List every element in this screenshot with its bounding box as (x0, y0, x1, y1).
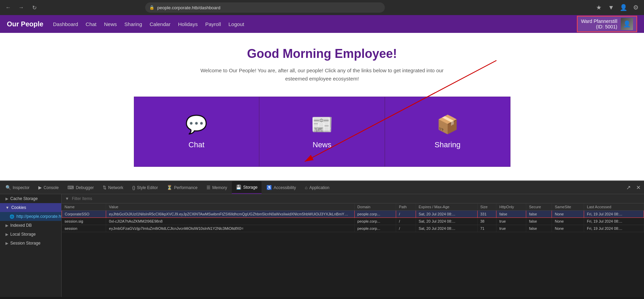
local-storage-expand-icon: ▶ (5, 232, 8, 237)
tab-storage[interactable]: 💾 Storage (232, 181, 262, 194)
bookmark-button[interactable]: ★ (594, 3, 604, 12)
style-editor-icon: {} (132, 185, 135, 190)
nav-link-dashboard[interactable]: Dashboard (53, 21, 78, 27)
tab-accessibility[interactable]: ♿ Accessibility (262, 181, 300, 194)
main-content: Good Morning Employee! Welcome to Our Pe… (0, 33, 644, 180)
sidebar-item-local-storage[interactable]: ▶ Local Storage (0, 230, 61, 239)
sub-line2: esteemed employee ecosystem! (285, 76, 359, 82)
col-value[interactable]: Value (106, 203, 355, 211)
table-cell: / (396, 225, 416, 232)
refresh-button[interactable]: ↻ (29, 3, 39, 12)
pocket-button[interactable]: ▼ (606, 3, 616, 12)
extensions-button[interactable]: ⚙ (631, 3, 641, 12)
table-cell: people.corp... (354, 218, 396, 225)
nav-link-logout[interactable]: Logout (228, 21, 244, 27)
nav-link-calendar[interactable]: Calendar (150, 21, 171, 27)
card-chat[interactable]: 💬 Chat (134, 97, 260, 167)
tab-memory-label: Memory (212, 185, 227, 190)
filter-bar: ▼ (62, 194, 644, 203)
devtools-sidebar: ▶ Cache Storage ▼ Cookies 🌐 http://peopl… (0, 194, 62, 297)
nav-user-text: Ward Pfannerstill (ID: 5001) (581, 18, 617, 29)
back-button[interactable]: ← (3, 3, 13, 12)
col-httponly[interactable]: HttpOnly (496, 203, 526, 211)
greeting: Good Morning Employee! (7, 47, 637, 61)
account-button[interactable]: 👤 (619, 3, 628, 12)
tab-application-label: Application (309, 185, 329, 190)
sidebar-item-indexed-db[interactable]: ▶ Indexed DB (0, 221, 61, 230)
sidebar-item-cache-storage[interactable]: ▶ Cache Storage (0, 194, 61, 203)
page-area: Our People Dashboard Chat News Sharing C… (0, 15, 644, 180)
table-cell: false (496, 211, 526, 218)
table-cell: session.sig (62, 218, 106, 225)
nav-link-holidays[interactable]: Holidays (178, 21, 198, 27)
col-secure[interactable]: Secure (526, 203, 552, 211)
table-cell: Sat, 20 Jul 2024 08:... (416, 211, 477, 218)
sub-line1: Welcome to Our People! You are, after al… (200, 67, 443, 73)
col-size[interactable]: Size (477, 203, 496, 211)
devtools: 🔍 Inspector ▶ Console ⌨ Debugger ⇅ Netwo… (0, 180, 644, 297)
tab-application[interactable]: ⌂ Application (301, 181, 334, 194)
table-cell: Sat, 20 Jul 2024 08:... (416, 218, 477, 225)
network-icon: ⇅ (103, 185, 106, 190)
chat-icon: 💬 (185, 114, 207, 135)
tab-memory[interactable]: ☰ Memory (202, 181, 231, 194)
nav-user[interactable]: Ward Pfannerstill (ID: 5001) 👤 (577, 16, 637, 32)
sharing-icon: 📦 (437, 114, 459, 135)
memory-icon: ☰ (206, 185, 211, 190)
tab-network[interactable]: ⇅ Network (99, 181, 127, 194)
card-sharing[interactable]: 📦 Sharing (385, 97, 510, 167)
forward-button[interactable]: → (16, 3, 26, 12)
nav-link-sharing[interactable]: Sharing (124, 21, 142, 27)
table-row[interactable]: sessioneyJmbGFzaGVzIjp7ImluZm8iOltdLCJlc… (62, 225, 644, 232)
table-cell: None (552, 225, 584, 232)
cookies-expand-icon: ▼ (5, 205, 9, 210)
table-row[interactable]: session.sig0xl-cJI2A7hAoZKMM2I96E98n8peo… (62, 218, 644, 225)
sidebar-item-session-storage[interactable]: ▶ Session Storage (0, 239, 61, 248)
sidebar-item-cookies-label: Cookies (11, 205, 26, 210)
col-name[interactable]: Name (62, 203, 106, 211)
browser-chrome: ← → ↻ 🔒 people.corporate.htb/dashboard ★… (0, 0, 644, 15)
nav-links: Dashboard Chat News Sharing Calendar Hol… (53, 21, 244, 27)
inspector-icon: 🔍 (5, 185, 11, 190)
nav-link-chat[interactable]: Chat (86, 21, 97, 27)
sidebar-item-local-storage-label: Local Storage (10, 232, 36, 237)
news-icon: 📰 (311, 114, 333, 135)
card-news[interactable]: 📰 News (259, 97, 385, 167)
tab-network-label: Network (108, 185, 123, 190)
sidebar-item-cookie-url[interactable]: 🌐 http://people.corporate.htb (0, 212, 61, 221)
devtools-close-button[interactable]: ✕ (634, 184, 643, 191)
col-samesite[interactable]: SameSite (552, 203, 584, 211)
address-bar[interactable]: 🔒 people.corporate.htb/dashboard (145, 2, 385, 13)
col-expires[interactable]: Expires / Max-Age (416, 203, 477, 211)
nav-link-payroll[interactable]: Payroll (205, 21, 221, 27)
accessibility-icon: ♿ (266, 185, 272, 190)
cards-row: 💬 Chat 📰 News 📦 Sharing (134, 97, 510, 167)
col-domain[interactable]: Domain (354, 203, 396, 211)
nav-link-news[interactable]: News (104, 21, 117, 27)
col-path[interactable]: Path (396, 203, 416, 211)
table-cell: 331 (477, 211, 496, 218)
tab-storage-label: Storage (243, 185, 257, 190)
devtools-main-panel: ▼ Name Value Domain Path Expires / Max-A… (62, 194, 644, 297)
tab-console[interactable]: ▶ Console (34, 181, 63, 194)
sub-text: Welcome to Our People! You are, after al… (7, 66, 637, 83)
tab-performance[interactable]: ⏳ Performance (163, 181, 202, 194)
tab-debugger[interactable]: ⌨ Debugger (63, 181, 98, 194)
table-cell: 38 (477, 218, 496, 225)
table-row[interactable]: CorporateSSOeyJhbGciOiJIUzI1NiIsInR5cCI6… (62, 211, 644, 218)
debugger-icon: ⌨ (67, 185, 74, 190)
table-cell: Fri, 19 Jul 2024 08:... (584, 218, 644, 225)
card-sharing-label: Sharing (434, 140, 460, 149)
devtools-popout-button[interactable]: ↗ (624, 184, 633, 191)
tab-inspector[interactable]: 🔍 Inspector (1, 181, 34, 194)
table-cell: 0xl-cJI2A7hAoZKMM2I96E98n8 (106, 218, 355, 225)
table-cell: session (62, 225, 106, 232)
table-cell: None (552, 218, 584, 225)
col-last-accessed[interactable]: Last Accessed (584, 203, 644, 211)
sidebar-item-cookies[interactable]: ▼ Cookies (0, 203, 61, 212)
table-cell: people.corp... (354, 211, 396, 218)
sidebar-item-session-storage-label: Session Storage (10, 241, 40, 246)
tab-style-editor[interactable]: {} Style Editor (128, 181, 162, 194)
filter-input[interactable] (72, 196, 140, 201)
table-cell: true (496, 218, 526, 225)
